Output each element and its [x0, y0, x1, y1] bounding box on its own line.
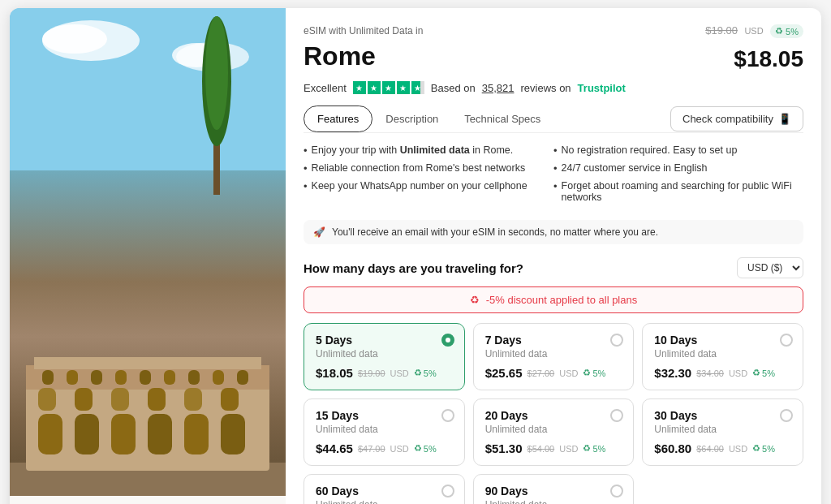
esim-label: eSIM with Unlimited Data in: [304, 25, 423, 37]
tab-technical[interactable]: Technical Specs: [451, 106, 553, 132]
features-right: • No registration required. Easy to set …: [553, 144, 803, 209]
current-price: $18.05: [734, 46, 803, 72]
svg-rect-19: [75, 388, 93, 411]
plan-price-10days: $32.30: [654, 366, 691, 380]
product-image-panel: H Sc: [10, 8, 286, 504]
plan-card-20days[interactable]: 20 DaysUnlimited data$51.30$54.00USD♻5%: [473, 398, 635, 466]
plan-price-20days: $51.30: [485, 442, 523, 455]
svg-rect-12: [38, 414, 62, 454]
tab-features[interactable]: Features: [304, 106, 372, 132]
plan-radio-30days: [780, 409, 793, 422]
rating-row: Excellent ★ ★ ★ ★ ★ Based on 35,821 revi…: [304, 81, 803, 94]
plan-card-5days[interactable]: 5 DaysUnlimited data$18.05$19.00USD♻5%: [304, 323, 465, 390]
plan-discount-15days: ♻5%: [414, 443, 437, 454]
plan-price-5days: $18.05: [316, 366, 353, 380]
svg-rect-15: [148, 414, 172, 454]
plan-discount-10days: ♻5%: [752, 368, 775, 378]
discount-banner: ♻ -5% discount applied to all plans: [304, 286, 803, 313]
plan-price-row-20days: $51.30$54.00USD♻5%: [485, 442, 622, 455]
based-on: Based on: [431, 82, 476, 94]
svg-rect-25: [67, 370, 78, 385]
plan-data-60days: Unlimited data: [316, 499, 453, 504]
plan-data-90days: Unlimited data: [485, 499, 622, 504]
tab-description[interactable]: Description: [372, 106, 451, 132]
plan-usd-7days: USD: [559, 368, 578, 378]
product-card: H Sc: [10, 8, 821, 504]
svg-point-2: [42, 24, 107, 54]
rocket-banner: 🚀 You'll receive an email with your eSIM…: [304, 220, 803, 244]
excellent-label: Excellent: [304, 82, 347, 94]
city-title: Rome: [304, 41, 376, 71]
plan-card-7days[interactable]: 7 DaysUnlimited data$25.65$27.00USD♻5%: [473, 323, 635, 390]
phone-icon: 📱: [778, 113, 791, 125]
svg-rect-18: [38, 388, 56, 411]
plan-usd-15days: USD: [390, 444, 409, 454]
plan-days-20days: 20 Days: [485, 409, 622, 422]
feature-2: • Reliable connection from Rome's best n…: [304, 162, 553, 174]
plan-data-30days: Unlimited data: [654, 424, 791, 435]
product-details-panel: eSIM with Unlimited Data in $19.00 USD ♻…: [286, 8, 821, 504]
svg-rect-32: [237, 370, 248, 385]
plan-discount-7days: ♻5%: [583, 368, 605, 378]
plan-card-15days[interactable]: 15 DaysUnlimited data$44.65$47.00USD♻5%: [304, 398, 465, 466]
plan-card-30days[interactable]: 30 DaysUnlimited data$60.80$64.00USD♻5%: [642, 398, 803, 466]
plan-price-15days: $44.65: [316, 442, 353, 455]
currency-label: USD: [744, 26, 763, 36]
discount-recycle-icon: ♻: [470, 294, 480, 306]
rocket-icon: 🚀: [313, 226, 325, 238]
top-bar: eSIM with Unlimited Data in $19.00 USD ♻…: [304, 23, 803, 38]
plan-data-5days: Unlimited data: [316, 348, 453, 360]
plan-days-10days: 10 Days: [654, 334, 791, 347]
plan-orig-15days: $47.00: [358, 444, 385, 454]
svg-rect-24: [42, 370, 54, 385]
feature-5: • 24/7 customer service in English: [553, 162, 803, 174]
plan-orig-10days: $34.00: [696, 368, 724, 378]
original-price: $19.00: [705, 24, 738, 37]
check-compatibility-button[interactable]: Check compatibility 📱: [670, 106, 803, 131]
plan-card-10days[interactable]: 10 DaysUnlimited data$32.30$34.00USD♻5%: [642, 323, 803, 390]
plan-price-7days: $25.65: [485, 366, 523, 380]
rocket-text: You'll receive an email with your eSIM i…: [332, 226, 658, 238]
svg-rect-22: [184, 388, 202, 411]
feature-4: • No registration required. Easy to set …: [553, 144, 803, 157]
plan-orig-5days: $19.00: [358, 368, 385, 378]
feature-3: • Keep your WhatsApp number on your cell…: [304, 180, 553, 192]
price-section: $19.00 USD ♻ 5%: [705, 23, 803, 38]
tab-group: Features Description Technical Specs: [304, 106, 553, 132]
currency-selector[interactable]: USD ($) EUR (€) GBP (£): [737, 257, 803, 278]
svg-rect-26: [91, 370, 102, 385]
plan-discount-20days: ♻5%: [583, 443, 605, 454]
svg-rect-31: [213, 370, 224, 385]
plan-discount-30days: ♻5%: [752, 443, 775, 454]
plan-days-30days: 30 Days: [654, 409, 791, 422]
svg-rect-28: [140, 370, 151, 385]
plan-usd-20days: USD: [559, 444, 578, 454]
plan-price-row-30days: $60.80$64.00USD♻5%: [654, 442, 791, 455]
plan-data-15days: Unlimited data: [316, 424, 453, 435]
review-count[interactable]: 35,821: [482, 82, 515, 94]
plan-card-90days[interactable]: 90 DaysUnlimited data$94.05$99.00USD♻5%: [473, 474, 635, 504]
plan-radio-10days: [780, 334, 793, 347]
plans-title: How many days are you traveling for?: [304, 261, 523, 275]
star-3: ★: [382, 81, 395, 94]
plan-days-5days: 5 Days: [316, 334, 453, 347]
plan-orig-30days: $64.00: [696, 444, 724, 454]
svg-rect-16: [184, 414, 209, 454]
svg-rect-27: [115, 370, 127, 385]
header-discount-pct: 5%: [786, 27, 799, 37]
star-rating: ★ ★ ★ ★ ★: [353, 81, 424, 94]
svg-rect-13: [75, 414, 99, 454]
plan-card-60days[interactable]: 60 DaysUnlimited data$82.65$87.00USD♻5%: [304, 474, 465, 504]
svg-rect-11: [34, 357, 261, 369]
feature-1: • Enjoy your trip with Unlimited data in…: [304, 144, 553, 157]
feature-6: • Forget about roaming and searching for…: [553, 180, 803, 203]
svg-rect-20: [111, 388, 129, 411]
svg-rect-5: [213, 138, 220, 195]
features-section: • Enjoy your trip with Unlimited data in…: [304, 144, 803, 209]
plan-radio-15days: [441, 409, 454, 422]
svg-rect-17: [221, 414, 245, 454]
plan-radio-60days: [441, 485, 454, 498]
plan-discount-5days: ♻5%: [414, 368, 437, 378]
plan-days-7days: 7 Days: [485, 334, 622, 347]
esim-subtitle: eSIM with Unlimited Data in: [304, 23, 423, 37]
